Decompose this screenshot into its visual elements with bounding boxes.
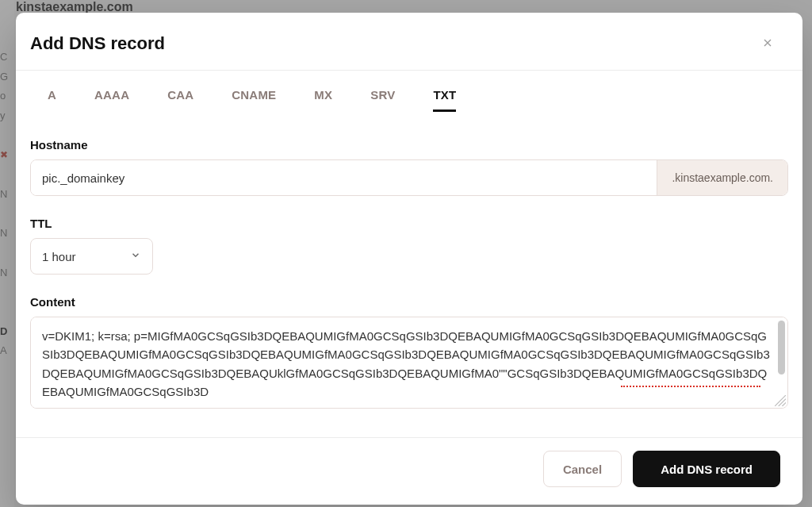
ttl-value: 1 hour [42,250,76,263]
content-textarea-wrap [30,317,788,409]
content-label: Content [30,295,788,309]
modal-header: Add DNS record [16,13,802,70]
scrollbar-thumb[interactable] [778,321,785,374]
tab-mx[interactable]: MX [314,88,332,109]
tab-cname[interactable]: CNAME [232,88,276,109]
ttl-field: TTL 1 hour [30,217,788,275]
close-button[interactable] [758,34,777,53]
modal-title: Add DNS record [30,33,165,54]
record-type-tabs: A AAAA CAA CNAME MX SRV TXT [30,71,788,117]
tab-aaaa[interactable]: AAAA [94,88,129,109]
cancel-button[interactable]: Cancel [543,451,622,487]
hostname-input[interactable] [31,160,657,195]
modal-body: A AAAA CAA CNAME MX SRV TXT Hostname .ki… [16,70,802,438]
tab-caa[interactable]: CAA [167,88,193,109]
hostname-suffix: .kinstaexample.com. [657,160,787,195]
close-icon [761,36,774,52]
hostname-field: Hostname .kinstaexample.com. [30,138,788,196]
add-dns-record-button[interactable]: Add DNS record [633,451,780,487]
modal-footer: Cancel Add DNS record [16,438,802,505]
tab-a[interactable]: A [48,88,56,109]
add-dns-record-modal: Add DNS record A AAAA CAA CNAME MX SRV T… [16,13,802,505]
chevron-down-icon [130,250,141,263]
hostname-label: Hostname [30,138,788,152]
content-field: Content [30,295,788,409]
ttl-select[interactable]: 1 hour [30,238,153,275]
content-textarea[interactable] [31,317,787,408]
ttl-label: TTL [30,217,788,230]
resize-handle-icon[interactable] [775,395,786,406]
hostname-input-wrap: .kinstaexample.com. [30,159,788,196]
tab-txt[interactable]: TXT [433,88,456,112]
tab-srv[interactable]: SRV [370,88,395,109]
